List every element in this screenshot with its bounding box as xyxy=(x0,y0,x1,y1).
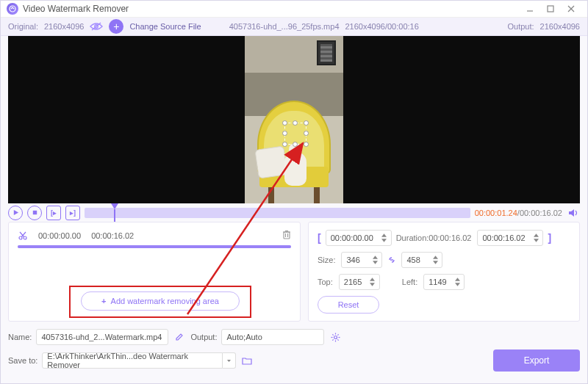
close-button[interactable] xyxy=(561,1,581,16)
playhead-marker[interactable] xyxy=(111,203,118,209)
duration-label: Duration:00:00:16.02 xyxy=(396,233,472,242)
preview-toggle-icon[interactable] xyxy=(90,21,103,32)
volume-icon[interactable] xyxy=(567,208,580,218)
svg-rect-14 xyxy=(284,232,290,239)
app-logo-icon xyxy=(7,3,18,15)
step-down-icon[interactable] xyxy=(371,260,379,265)
set-end-button[interactable]: ▸] xyxy=(65,206,80,220)
svg-marker-21 xyxy=(534,233,539,236)
svg-marker-20 xyxy=(381,239,387,242)
step-down-icon[interactable] xyxy=(453,282,461,287)
properties-panel: [ 00:00:00.00 Duration:00:00:16.02 00:00… xyxy=(308,222,580,322)
output-resolution: 2160x4096 xyxy=(540,22,580,31)
playback-progress[interactable] xyxy=(85,208,470,218)
resize-handle[interactable] xyxy=(282,131,287,136)
step-up-icon[interactable] xyxy=(381,233,388,238)
size-label: Size: xyxy=(318,256,335,264)
playback-controls: [▸ ▸] 00:00:01.24/00:00:16.02 xyxy=(1,203,587,222)
output-name-field[interactable]: 4057316-uhd_2...Watermark.mp4 xyxy=(36,329,168,345)
output-settings-icon[interactable] xyxy=(329,330,342,344)
resize-handle[interactable] xyxy=(282,120,287,126)
minimize-button[interactable] xyxy=(520,1,540,16)
plus-icon: + xyxy=(101,297,106,305)
svg-marker-40 xyxy=(227,359,231,361)
svg-marker-25 xyxy=(433,256,438,258)
svg-rect-8 xyxy=(32,211,36,214)
source-meta: 2160x4096/00:00:16 xyxy=(345,22,419,31)
footer: Name: 4057316-uhd_2...Watermark.mp4 Outp… xyxy=(1,326,587,383)
titlebar: Video Watermark Remover xyxy=(1,1,587,18)
size-width-field[interactable]: 346 xyxy=(341,252,382,268)
svg-marker-23 xyxy=(373,256,378,258)
svg-marker-9 xyxy=(569,209,574,217)
step-down-icon[interactable] xyxy=(532,238,539,243)
watermark-selection-box[interactable] xyxy=(284,123,306,145)
reset-button[interactable]: Reset xyxy=(318,296,379,314)
saveto-dropdown[interactable]: E:\ArkThinker\ArkThin...deo Watermark Re… xyxy=(42,352,236,369)
original-resolution: 2160x4096 xyxy=(44,22,84,31)
delete-segment-icon[interactable] xyxy=(282,230,291,241)
open-folder-icon[interactable] xyxy=(240,354,254,367)
play-button[interactable] xyxy=(8,206,23,220)
timecode: 00:00:01.24/00:00:16.02 xyxy=(475,209,562,217)
output-format-field[interactable]: Auto;Auto xyxy=(221,329,324,345)
change-source-plus-button[interactable]: + xyxy=(109,19,123,34)
add-watermark-area-button[interactable]: + Add watermark removing area xyxy=(81,291,240,311)
segments-panel: 00:00:00.00 00:00:16.02 + Add watermark … xyxy=(8,222,301,322)
top-label: Top: xyxy=(318,278,333,286)
svg-marker-27 xyxy=(370,278,375,280)
resize-handle[interactable] xyxy=(293,120,298,126)
svg-marker-30 xyxy=(455,283,460,286)
segment-end: 00:00:16.02 xyxy=(91,231,134,240)
cut-icon xyxy=(18,231,28,241)
svg-rect-2 xyxy=(548,6,553,12)
step-up-icon[interactable] xyxy=(453,277,461,282)
panels: 00:00:00.00 00:00:16.02 + Add watermark … xyxy=(1,222,587,326)
app-window: Video Watermark Remover Original: 2160x4… xyxy=(0,0,588,384)
step-up-icon[interactable] xyxy=(431,255,439,260)
maximize-button[interactable] xyxy=(540,1,561,16)
aspect-lock-icon[interactable] xyxy=(387,255,397,265)
range-end-field[interactable]: 00:00:16.02 xyxy=(477,230,543,246)
left-label: Left: xyxy=(402,278,417,286)
svg-marker-7 xyxy=(13,210,18,215)
output-format-label: Output: xyxy=(190,333,217,341)
svg-marker-19 xyxy=(381,233,387,236)
range-start-bracket-icon[interactable]: [ xyxy=(318,232,321,244)
stop-button[interactable] xyxy=(27,206,42,220)
svg-line-37 xyxy=(337,339,338,340)
chevron-down-icon[interactable] xyxy=(223,352,236,369)
svg-point-31 xyxy=(334,336,337,338)
range-start-field[interactable]: 00:00:00.00 xyxy=(326,230,392,246)
step-down-icon[interactable] xyxy=(431,260,439,265)
step-up-icon[interactable] xyxy=(369,277,376,282)
saveto-label: Save to: xyxy=(8,356,37,365)
svg-line-39 xyxy=(332,339,333,340)
edit-name-icon[interactable] xyxy=(173,330,186,344)
step-down-icon[interactable] xyxy=(369,282,376,287)
change-source-label[interactable]: Change Source File xyxy=(129,22,201,31)
step-up-icon[interactable] xyxy=(532,233,539,238)
topbar: Original: 2160x4096 + Change Source File… xyxy=(1,18,587,36)
step-down-icon[interactable] xyxy=(381,238,388,243)
segment-bar[interactable] xyxy=(18,245,291,248)
step-up-icon[interactable] xyxy=(371,255,379,260)
app-title: Video Watermark Remover xyxy=(23,4,129,14)
svg-marker-26 xyxy=(433,261,438,264)
segment-start: 00:00:00.00 xyxy=(38,231,81,240)
total-time: 00:00:16.02 xyxy=(520,209,562,217)
set-start-button[interactable]: [▸ xyxy=(46,206,61,220)
video-preview[interactable] xyxy=(8,36,580,203)
svg-line-38 xyxy=(337,334,338,335)
output-label: Output: xyxy=(507,22,534,31)
size-height-field[interactable]: 458 xyxy=(401,252,442,268)
range-end-bracket-icon[interactable]: ] xyxy=(548,232,551,244)
pos-top-field[interactable]: 2165 xyxy=(339,274,380,290)
svg-marker-22 xyxy=(534,239,539,242)
svg-marker-28 xyxy=(370,283,375,286)
svg-line-36 xyxy=(332,334,333,335)
pos-left-field[interactable]: 1149 xyxy=(423,274,465,290)
name-label: Name: xyxy=(8,333,32,341)
export-button[interactable]: Export xyxy=(493,349,580,372)
svg-marker-29 xyxy=(455,278,460,280)
